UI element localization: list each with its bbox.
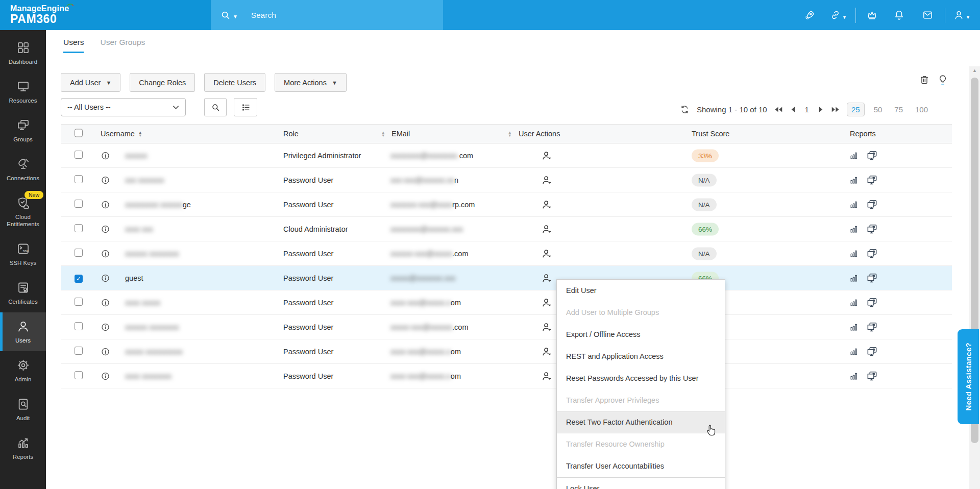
user-info-icon[interactable]	[101, 347, 110, 356]
scroll-up-arrow-icon[interactable]: ▲	[969, 66, 980, 75]
page-size-100[interactable]: 100	[912, 103, 931, 116]
user-actions-icon[interactable]	[541, 174, 553, 186]
access-report-icon[interactable]	[866, 321, 878, 333]
user-report-icon[interactable]	[849, 151, 859, 160]
user-info-icon[interactable]	[101, 175, 110, 185]
sort-icon-email[interactable]: ▲▼	[508, 130, 511, 138]
add-user-button[interactable]: Add User▼	[61, 73, 120, 92]
sidebar-item-audit[interactable]: Audit	[0, 390, 46, 429]
sidebar-item-reports[interactable]: Reports	[0, 429, 46, 468]
page-size-75[interactable]: 75	[891, 103, 906, 116]
column-view-button[interactable]	[234, 98, 257, 116]
feedback-icon[interactable]	[913, 9, 942, 21]
sidebar-item-resources[interactable]: Resources	[0, 72, 46, 111]
sidebar-item-admin[interactable]: Admin	[0, 351, 46, 390]
previous-page-button[interactable]	[790, 106, 796, 113]
user-actions-icon[interactable]	[541, 370, 553, 382]
user-info-icon[interactable]	[101, 151, 110, 160]
search-scope-caret-icon[interactable]: ▼	[233, 14, 238, 19]
quick-connect-icon[interactable]: ▼	[824, 9, 852, 21]
global-search-bar[interactable]: ▼	[211, 0, 443, 30]
search-input[interactable]	[251, 11, 414, 20]
user-info-icon[interactable]	[101, 322, 110, 332]
sidebar-item-certificates[interactable]: Certificates	[0, 274, 46, 312]
user-report-icon[interactable]	[849, 322, 859, 332]
sidebar-item-connections[interactable]: Connections	[0, 150, 46, 189]
access-report-icon[interactable]	[866, 272, 878, 284]
notifications-icon[interactable]	[885, 9, 913, 21]
row-checkbox[interactable]	[75, 175, 83, 183]
access-report-icon[interactable]	[866, 174, 878, 186]
menu-item-edit-user[interactable]: Edit User	[557, 280, 725, 302]
user-actions-icon[interactable]	[541, 272, 553, 284]
user-info-icon[interactable]	[101, 298, 110, 307]
user-report-icon[interactable]	[849, 298, 859, 307]
user-info-icon[interactable]	[101, 249, 110, 258]
access-report-icon[interactable]	[866, 297, 878, 308]
current-page-number[interactable]: 1	[803, 105, 811, 114]
row-checkbox[interactable]	[75, 200, 83, 208]
menu-item-reset-passwords-accessed-by-this-user[interactable]: Reset Passwords Accessed by this User	[557, 368, 725, 389]
sidebar-item-ssh-keys[interactable]: SSHSSH Keys	[0, 235, 46, 274]
delete-users-button[interactable]: Delete Users	[204, 73, 265, 92]
last-page-button[interactable]	[831, 106, 840, 113]
next-page-button[interactable]	[818, 106, 824, 113]
license-icon[interactable]	[859, 9, 885, 21]
row-checkbox[interactable]	[75, 249, 83, 257]
access-report-icon[interactable]	[866, 223, 878, 235]
access-report-icon[interactable]	[866, 346, 878, 357]
sort-icon[interactable]: ▲▼	[138, 131, 142, 138]
more-actions-button[interactable]: More Actions▼	[275, 73, 347, 92]
user-filter-select[interactable]: -- All Users --	[61, 98, 186, 116]
row-checkbox[interactable]	[75, 298, 83, 306]
page-size-25[interactable]: 25	[847, 103, 865, 116]
user-actions-icon[interactable]	[541, 223, 553, 235]
column-header-username[interactable]: Username▲▼	[101, 130, 142, 138]
sidebar-item-users[interactable]: Users	[0, 312, 46, 351]
user-actions-icon[interactable]	[541, 321, 553, 333]
tab-user-groups[interactable]: User Groups	[100, 38, 145, 53]
tips-bulb-icon[interactable]	[937, 74, 948, 87]
user-report-icon[interactable]	[849, 347, 859, 356]
menu-item-reset-two-factor-authentication[interactable]: Reset Two Factor Authentication	[557, 411, 725, 433]
select-all-checkbox[interactable]	[75, 129, 83, 137]
table-search-button[interactable]	[204, 98, 227, 116]
trash-icon[interactable]	[919, 74, 930, 87]
menu-item-lock-user[interactable]: Lock User	[557, 477, 725, 489]
user-actions-icon[interactable]	[541, 297, 553, 308]
row-checkbox[interactable]	[75, 371, 83, 379]
sidebar-item-dashboard[interactable]: Dashboard	[0, 34, 46, 72]
vertical-scrollbar[interactable]: ▲	[969, 66, 980, 489]
need-assistance-tab[interactable]: Need Assistance?	[958, 329, 979, 424]
row-checkbox[interactable]	[75, 224, 83, 232]
row-checkbox[interactable]: ✓	[75, 275, 83, 283]
user-info-icon[interactable]	[101, 371, 110, 381]
user-report-icon[interactable]	[849, 371, 859, 381]
first-page-button[interactable]	[774, 106, 783, 113]
user-info-icon[interactable]	[101, 200, 110, 209]
menu-item-transfer-user-accountabilities[interactable]: Transfer User Accountabilities	[557, 455, 725, 477]
sidebar-item-groups[interactable]: Groups	[0, 111, 46, 150]
sidebar-item-cloud-entitlements[interactable]: NewCloud Entitlements	[0, 189, 46, 235]
tab-users[interactable]: Users	[63, 38, 84, 53]
row-checkbox[interactable]	[75, 151, 83, 159]
user-info-icon[interactable]	[101, 224, 110, 234]
column-header-email[interactable]: EMail	[391, 130, 410, 138]
change-roles-button[interactable]: Change Roles	[130, 73, 195, 92]
sort-icon-role[interactable]: ▲▼	[381, 130, 385, 138]
user-report-icon[interactable]	[849, 249, 859, 258]
user-report-icon[interactable]	[849, 200, 859, 209]
user-actions-icon[interactable]	[541, 199, 553, 210]
page-size-50[interactable]: 50	[871, 103, 886, 116]
user-actions-icon[interactable]	[541, 248, 553, 259]
user-info-icon[interactable]	[101, 273, 110, 283]
user-report-icon[interactable]	[849, 273, 859, 283]
whats-new-icon[interactable]	[795, 9, 824, 21]
menu-item-export-offline-access[interactable]: Export / Offline Access	[557, 324, 725, 346]
row-checkbox[interactable]	[75, 347, 83, 355]
row-checkbox[interactable]	[75, 322, 83, 330]
access-report-icon[interactable]	[866, 199, 878, 210]
column-header-role[interactable]: Role	[283, 130, 299, 138]
access-report-icon[interactable]	[866, 370, 878, 382]
refresh-icon[interactable]	[680, 105, 690, 114]
